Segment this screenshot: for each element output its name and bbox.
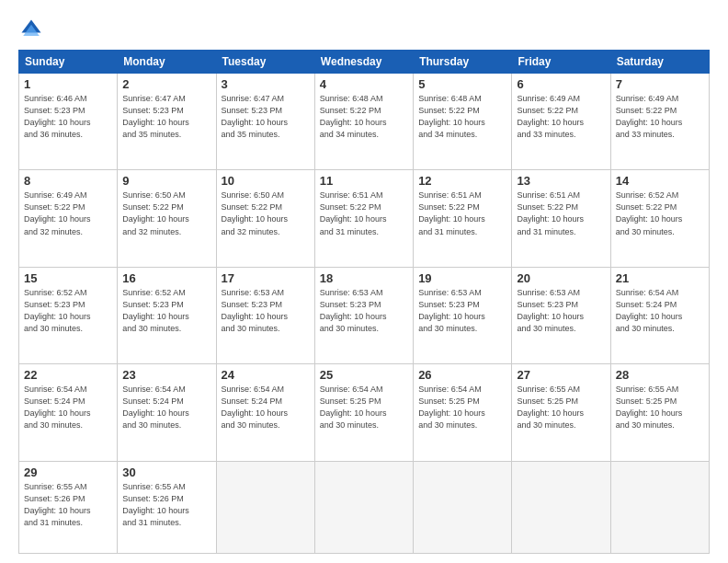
calendar-cell: 15Sunrise: 6:52 AM Sunset: 5:23 PM Dayli… xyxy=(19,267,118,363)
day-info: Sunrise: 6:54 AM Sunset: 5:24 PM Dayligh… xyxy=(122,384,210,431)
calendar-cell: 7Sunrise: 6:49 AM Sunset: 5:22 PM Daylig… xyxy=(610,74,709,170)
day-info: Sunrise: 6:51 AM Sunset: 5:22 PM Dayligh… xyxy=(418,190,506,237)
day-info: Sunrise: 6:52 AM Sunset: 5:23 PM Dayligh… xyxy=(24,287,112,335)
day-number: 19 xyxy=(418,271,506,285)
day-info: Sunrise: 6:49 AM Sunset: 5:22 PM Dayligh… xyxy=(517,93,605,141)
calendar-cell: 24Sunrise: 6:54 AM Sunset: 5:24 PM Dayli… xyxy=(216,364,314,461)
day-number: 20 xyxy=(517,271,605,285)
calendar-cell: 5Sunrise: 6:48 AM Sunset: 5:22 PM Daylig… xyxy=(414,74,512,170)
weekday-header: Saturday xyxy=(610,51,709,74)
day-info: Sunrise: 6:50 AM Sunset: 5:22 PM Dayligh… xyxy=(222,190,310,237)
calendar-cell xyxy=(610,461,709,554)
calendar-cell: 27Sunrise: 6:55 AM Sunset: 5:25 PM Dayli… xyxy=(512,364,610,461)
day-info: Sunrise: 6:48 AM Sunset: 5:22 PM Dayligh… xyxy=(320,93,408,141)
calendar-cell xyxy=(216,461,314,554)
calendar-cell: 2Sunrise: 6:47 AM Sunset: 5:23 PM Daylig… xyxy=(118,74,216,170)
day-number: 17 xyxy=(222,271,310,285)
calendar-cell: 12Sunrise: 6:51 AM Sunset: 5:22 PM Dayli… xyxy=(414,170,512,267)
calendar-cell: 1Sunrise: 6:46 AM Sunset: 5:23 PM Daylig… xyxy=(19,74,118,170)
day-info: Sunrise: 6:47 AM Sunset: 5:23 PM Dayligh… xyxy=(222,93,310,141)
day-number: 11 xyxy=(320,174,408,188)
day-number: 10 xyxy=(222,174,310,188)
day-number: 23 xyxy=(122,368,210,382)
calendar-cell: 25Sunrise: 6:54 AM Sunset: 5:25 PM Dayli… xyxy=(314,364,413,461)
calendar-cell xyxy=(314,461,413,554)
calendar-cell: 11Sunrise: 6:51 AM Sunset: 5:22 PM Dayli… xyxy=(314,170,413,267)
day-info: Sunrise: 6:51 AM Sunset: 5:22 PM Dayligh… xyxy=(320,190,408,237)
logo xyxy=(18,17,48,42)
calendar-cell: 28Sunrise: 6:55 AM Sunset: 5:25 PM Dayli… xyxy=(610,364,709,461)
calendar-cell: 8Sunrise: 6:49 AM Sunset: 5:22 PM Daylig… xyxy=(19,170,118,267)
calendar-cell: 29Sunrise: 6:55 AM Sunset: 5:26 PM Dayli… xyxy=(19,461,118,554)
day-info: Sunrise: 6:50 AM Sunset: 5:22 PM Dayligh… xyxy=(122,190,210,237)
day-number: 26 xyxy=(418,368,506,382)
weekday-header: Friday xyxy=(512,51,610,74)
calendar-cell: 30Sunrise: 6:55 AM Sunset: 5:26 PM Dayli… xyxy=(118,461,216,554)
day-info: Sunrise: 6:52 AM Sunset: 5:22 PM Dayligh… xyxy=(616,190,704,237)
day-info: Sunrise: 6:49 AM Sunset: 5:22 PM Dayligh… xyxy=(616,93,704,141)
week-row: 1Sunrise: 6:46 AM Sunset: 5:23 PM Daylig… xyxy=(19,74,710,170)
day-info: Sunrise: 6:55 AM Sunset: 5:26 PM Dayligh… xyxy=(24,481,112,529)
day-info: Sunrise: 6:54 AM Sunset: 5:24 PM Dayligh… xyxy=(24,384,112,431)
day-info: Sunrise: 6:53 AM Sunset: 5:23 PM Dayligh… xyxy=(320,287,408,335)
day-info: Sunrise: 6:55 AM Sunset: 5:25 PM Dayligh… xyxy=(616,384,704,431)
day-info: Sunrise: 6:46 AM Sunset: 5:23 PM Dayligh… xyxy=(24,93,112,141)
day-info: Sunrise: 6:54 AM Sunset: 5:25 PM Dayligh… xyxy=(418,384,506,431)
day-number: 8 xyxy=(24,174,112,188)
day-number: 24 xyxy=(222,368,310,382)
day-number: 27 xyxy=(517,368,605,382)
day-number: 16 xyxy=(122,271,210,285)
weekday-header: Tuesday xyxy=(216,51,314,74)
day-info: Sunrise: 6:51 AM Sunset: 5:22 PM Dayligh… xyxy=(517,190,605,237)
calendar-cell: 26Sunrise: 6:54 AM Sunset: 5:25 PM Dayli… xyxy=(414,364,512,461)
week-row: 22Sunrise: 6:54 AM Sunset: 5:24 PM Dayli… xyxy=(19,364,710,461)
calendar-cell: 23Sunrise: 6:54 AM Sunset: 5:24 PM Dayli… xyxy=(118,364,216,461)
day-number: 18 xyxy=(320,271,408,285)
day-info: Sunrise: 6:52 AM Sunset: 5:23 PM Dayligh… xyxy=(122,287,210,335)
day-number: 15 xyxy=(24,271,112,285)
logo-icon xyxy=(18,17,44,42)
calendar-cell xyxy=(414,461,512,554)
calendar-cell: 20Sunrise: 6:53 AM Sunset: 5:23 PM Dayli… xyxy=(512,267,610,363)
calendar-cell: 14Sunrise: 6:52 AM Sunset: 5:22 PM Dayli… xyxy=(610,170,709,267)
calendar-cell: 3Sunrise: 6:47 AM Sunset: 5:23 PM Daylig… xyxy=(216,74,314,170)
day-info: Sunrise: 6:53 AM Sunset: 5:23 PM Dayligh… xyxy=(517,287,605,335)
calendar-cell: 18Sunrise: 6:53 AM Sunset: 5:23 PM Dayli… xyxy=(314,267,413,363)
calendar-cell: 19Sunrise: 6:53 AM Sunset: 5:23 PM Dayli… xyxy=(414,267,512,363)
day-number: 14 xyxy=(616,174,704,188)
weekday-header: Monday xyxy=(118,51,216,74)
day-number: 28 xyxy=(616,368,704,382)
weekday-header-row: SundayMondayTuesdayWednesdayThursdayFrid… xyxy=(19,51,710,74)
calendar-cell: 13Sunrise: 6:51 AM Sunset: 5:22 PM Dayli… xyxy=(512,170,610,267)
calendar-cell: 10Sunrise: 6:50 AM Sunset: 5:22 PM Dayli… xyxy=(216,170,314,267)
day-number: 9 xyxy=(122,174,210,188)
calendar-cell: 6Sunrise: 6:49 AM Sunset: 5:22 PM Daylig… xyxy=(512,74,610,170)
day-info: Sunrise: 6:53 AM Sunset: 5:23 PM Dayligh… xyxy=(222,287,310,335)
day-number: 25 xyxy=(320,368,408,382)
day-number: 4 xyxy=(320,77,408,91)
day-info: Sunrise: 6:55 AM Sunset: 5:26 PM Dayligh… xyxy=(122,481,210,529)
day-number: 30 xyxy=(122,465,210,479)
day-number: 5 xyxy=(418,77,506,91)
weekday-header: Thursday xyxy=(414,51,512,74)
week-row: 15Sunrise: 6:52 AM Sunset: 5:23 PM Dayli… xyxy=(19,267,710,363)
day-info: Sunrise: 6:47 AM Sunset: 5:23 PM Dayligh… xyxy=(122,93,210,141)
day-info: Sunrise: 6:48 AM Sunset: 5:22 PM Dayligh… xyxy=(418,93,506,141)
calendar-cell: 21Sunrise: 6:54 AM Sunset: 5:24 PM Dayli… xyxy=(610,267,709,363)
calendar-cell: 17Sunrise: 6:53 AM Sunset: 5:23 PM Dayli… xyxy=(216,267,314,363)
calendar-table: SundayMondayTuesdayWednesdayThursdayFrid… xyxy=(18,50,710,554)
calendar-cell xyxy=(512,461,610,554)
day-number: 22 xyxy=(24,368,112,382)
day-number: 12 xyxy=(418,174,506,188)
page: SundayMondayTuesdayWednesdayThursdayFrid… xyxy=(0,0,728,563)
calendar-cell: 9Sunrise: 6:50 AM Sunset: 5:22 PM Daylig… xyxy=(118,170,216,267)
calendar-cell: 4Sunrise: 6:48 AM Sunset: 5:22 PM Daylig… xyxy=(314,74,413,170)
calendar-cell: 22Sunrise: 6:54 AM Sunset: 5:24 PM Dayli… xyxy=(19,364,118,461)
day-info: Sunrise: 6:54 AM Sunset: 5:24 PM Dayligh… xyxy=(616,287,704,335)
day-info: Sunrise: 6:49 AM Sunset: 5:22 PM Dayligh… xyxy=(24,190,112,237)
day-number: 7 xyxy=(616,77,704,91)
weekday-header: Sunday xyxy=(19,51,118,74)
day-number: 6 xyxy=(517,77,605,91)
day-number: 29 xyxy=(24,465,112,479)
header xyxy=(18,17,710,42)
